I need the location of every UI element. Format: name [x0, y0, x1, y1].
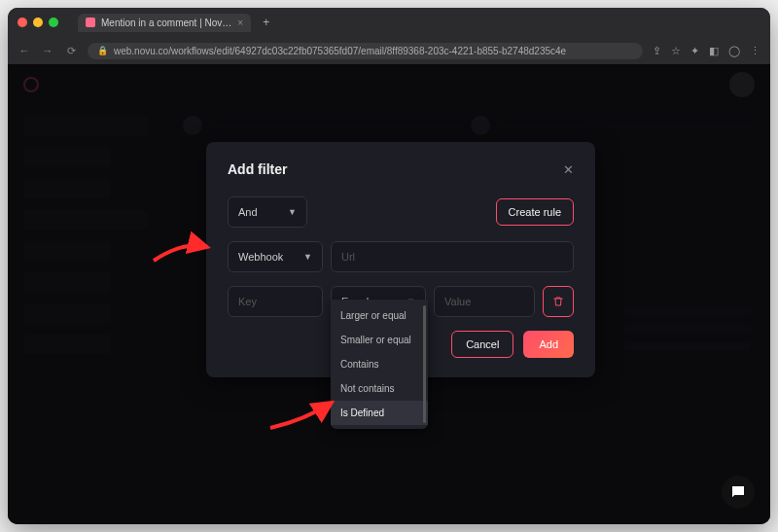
dropdown-option[interactable]: Larger or equal — [331, 303, 428, 328]
value-input[interactable]: Value — [434, 286, 535, 317]
dropdown-option[interactable]: Not contains — [331, 376, 428, 401]
titlebar: Mention in a comment | Nov… × + — [8, 8, 770, 37]
create-rule-button[interactable]: Create rule — [496, 198, 574, 226]
cancel-button[interactable]: Cancel — [451, 331, 513, 358]
chat-icon — [729, 483, 747, 501]
annotation-arrow — [265, 395, 343, 434]
add-button[interactable]: Add — [523, 331, 574, 358]
tab-title: Mention in a comment | Nov… — [101, 18, 231, 28]
profile-icon[interactable]: ◯ — [728, 45, 740, 57]
dropdown-scrollbar[interactable] — [423, 305, 426, 423]
lock-icon: 🔒 — [97, 46, 108, 55]
url-input[interactable]: Url — [331, 241, 574, 272]
browser-window: Mention in a comment | Nov… × + ← → ⟳ 🔒 … — [8, 8, 770, 524]
chevron-down-icon: ▼ — [288, 207, 297, 217]
nav-forward-icon[interactable]: → — [41, 45, 54, 56]
browser-tab[interactable]: Mention in a comment | Nov… × — [78, 14, 251, 32]
url-text: web.novu.co/workflows/edit/64927dc03c22f… — [114, 46, 566, 56]
dropdown-option-highlighted[interactable]: Is Defined — [331, 401, 428, 425]
nav-back-icon[interactable]: ← — [18, 45, 31, 56]
annotation-arrow — [149, 231, 217, 270]
close-icon[interactable]: ✕ — [563, 162, 574, 177]
combinator-select[interactable]: And ▼ — [228, 196, 307, 228]
dropdown-option[interactable]: Smaller or equal — [331, 328, 428, 352]
tab-close-icon[interactable]: × — [237, 18, 243, 28]
tab-favicon — [86, 18, 95, 27]
dropdown-option[interactable]: Contains — [331, 352, 428, 376]
bookmark-icon[interactable]: ◧ — [709, 45, 719, 57]
combinator-value: And — [238, 206, 258, 218]
chat-widget[interactable] — [722, 476, 755, 509]
window-max-dot[interactable] — [49, 18, 58, 27]
modal-title: Add filter — [228, 161, 287, 177]
menu-icon[interactable]: ⋮ — [750, 45, 760, 57]
star-icon[interactable]: ☆ — [671, 45, 681, 57]
share-icon[interactable]: ⇪ — [653, 45, 661, 57]
key-input[interactable]: Key — [228, 286, 323, 317]
nav-reload-icon[interactable]: ⟳ — [64, 45, 78, 57]
extensions-icon[interactable]: ✦ — [690, 45, 699, 57]
on-select[interactable]: Webhook ▼ — [228, 241, 323, 272]
url-bar-row: ← → ⟳ 🔒 web.novu.co/workflows/edit/64927… — [8, 37, 770, 64]
window-close-dot[interactable] — [18, 18, 27, 27]
on-select-value: Webhook — [238, 251, 283, 263]
chevron-down-icon: ▼ — [303, 252, 312, 262]
new-tab-button[interactable]: + — [263, 16, 269, 29]
url-field[interactable]: 🔒 web.novu.co/workflows/edit/64927dc03c2… — [88, 43, 643, 59]
trash-icon — [552, 296, 564, 307]
operator-dropdown: Larger or equal Smaller or equal Contain… — [331, 300, 428, 429]
window-min-dot[interactable] — [33, 18, 43, 27]
delete-rule-button[interactable] — [543, 286, 574, 317]
